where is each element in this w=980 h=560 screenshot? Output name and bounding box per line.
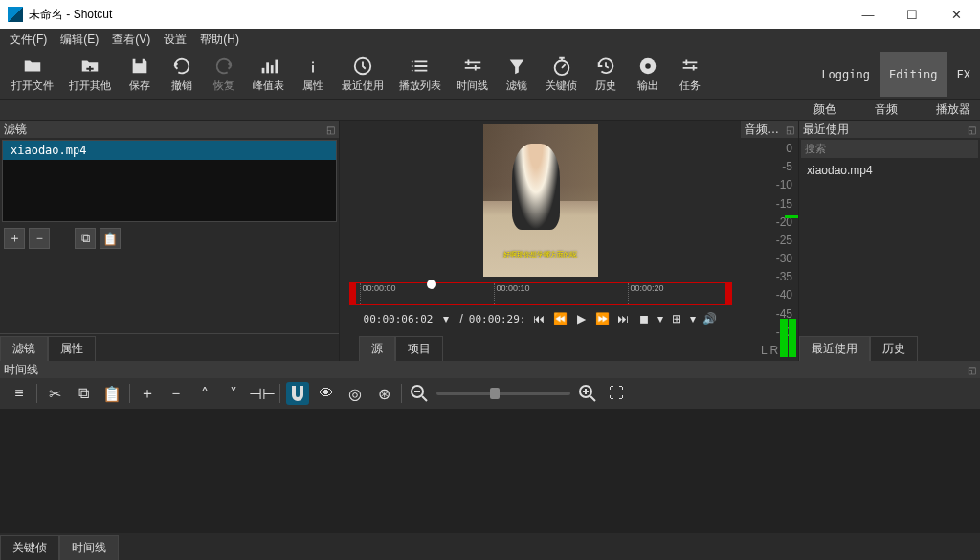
zoom-in-icon[interactable] xyxy=(576,382,599,405)
play-controls: 00:00:06:02 ▾ / 00:00:29: ⏮ ⏪ ▶ ⏩ ⏭ ◼ ▾ … xyxy=(364,311,718,326)
mode-editing[interactable]: Editing xyxy=(880,52,947,97)
filter-panel: 滤镜◱ xiaodao.mp4 ＋ － ⧉ 📋 滤镜 属性 xyxy=(0,121,340,361)
keyframes-button[interactable]: 关键侦 xyxy=(538,52,585,97)
menu-edit[interactable]: 编辑(E) xyxy=(55,30,104,50)
remove-icon[interactable]: － xyxy=(165,382,188,405)
open-other-button[interactable]: 打开其他 xyxy=(61,52,119,97)
tab-source[interactable]: 源 xyxy=(359,336,395,361)
time-down-icon[interactable]: ▾ xyxy=(438,311,454,326)
tab-filters[interactable]: 滤镜 xyxy=(0,336,48,361)
grid-icon[interactable]: ⊞ xyxy=(669,311,684,326)
mode-player[interactable]: 播放器 xyxy=(936,101,970,118)
tab-timeline[interactable]: 时间线 xyxy=(59,535,119,560)
tab-history[interactable]: 历史 xyxy=(870,336,918,361)
selected-clip-name[interactable]: xiaodao.mp4 xyxy=(3,141,336,160)
ripple-icon[interactable]: ◎ xyxy=(344,382,367,405)
undock-icon[interactable]: ◱ xyxy=(968,124,976,135)
menu-help[interactable]: 帮助(H) xyxy=(194,30,245,50)
video-preview[interactable]: 好啊那你想学哪方面的呢 xyxy=(483,124,598,277)
mode-logging[interactable]: Logging xyxy=(812,52,880,97)
search-input[interactable]: 搜索 xyxy=(801,140,978,158)
history-button[interactable]: 历史 xyxy=(585,52,627,97)
redo-icon xyxy=(213,56,234,77)
split-icon[interactable]: ⊣⊢ xyxy=(251,382,274,405)
filters-button[interactable]: 滤镜 xyxy=(496,52,538,97)
zoom-slider[interactable] xyxy=(436,392,570,395)
skip-end-icon[interactable]: ⏭ xyxy=(615,311,631,326)
properties-button[interactable]: 属性 xyxy=(292,52,334,97)
recent-item[interactable]: xiaodao.mp4 xyxy=(807,164,972,177)
menu-settings[interactable]: 设置 xyxy=(158,30,192,50)
duration: 00:00:29: xyxy=(469,313,526,325)
menu-view[interactable]: 查看(V) xyxy=(106,30,156,50)
recent-panel: 最近使用◱ 搜索 xiaodao.mp4 最近使用 历史 xyxy=(798,121,980,361)
save-icon xyxy=(129,56,150,77)
paste-filter-button[interactable]: 📋 xyxy=(100,228,121,249)
jobs-icon xyxy=(679,56,701,77)
tab-properties[interactable]: 属性 xyxy=(48,336,96,361)
forward-icon[interactable]: ⏩ xyxy=(594,311,610,326)
jobs-button[interactable]: 任务 xyxy=(669,52,711,97)
undo-button[interactable]: 撤销 xyxy=(161,52,203,97)
tab-recent[interactable]: 最近使用 xyxy=(799,336,870,361)
recent-button[interactable]: 最近使用 xyxy=(334,52,391,97)
time-ruler[interactable]: 00:00:00 00:00:10 00:00:20 xyxy=(349,282,732,305)
volume-icon[interactable]: 🔊 xyxy=(702,311,717,326)
play-icon[interactable]: ▶ xyxy=(573,311,589,326)
copy-filter-button[interactable]: ⧉ xyxy=(75,228,96,249)
export-button[interactable]: 输出 xyxy=(627,52,669,97)
undock-icon[interactable]: ◱ xyxy=(786,124,794,135)
svg-rect-0 xyxy=(261,68,264,74)
scrub-icon[interactable]: 👁 xyxy=(315,382,338,405)
skip-start-icon[interactable]: ⏮ xyxy=(531,311,546,326)
minimize-button[interactable]: — xyxy=(846,0,890,29)
info-icon xyxy=(302,56,323,77)
playhead[interactable] xyxy=(427,280,436,289)
titlebar: 未命名 - Shotcut — ☐ ✕ xyxy=(0,0,980,29)
zoom-icon[interactable]: ◼ xyxy=(636,311,652,326)
recent-panel-title: 最近使用 xyxy=(803,122,849,138)
mode-audio[interactable]: 音频 xyxy=(875,101,898,118)
maximize-button[interactable]: ☐ xyxy=(890,0,934,29)
window-title: 未命名 - Shotcut xyxy=(29,7,846,23)
overwrite-icon[interactable]: ˅ xyxy=(222,382,245,405)
main-area: 滤镜◱ xiaodao.mp4 ＋ － ⧉ 📋 滤镜 属性 好啊那你想学哪方面的… xyxy=(0,121,980,361)
timeline-button[interactable]: 时间线 xyxy=(449,52,496,97)
add-filter-button[interactable]: ＋ xyxy=(4,228,25,249)
cut-icon[interactable]: ✂ xyxy=(43,382,66,405)
menubar: 文件(F) 编辑(E) 查看(V) 设置 帮助(H) xyxy=(0,29,980,50)
paste-icon[interactable]: 📋 xyxy=(100,382,123,405)
mode-fx[interactable]: FX xyxy=(947,52,980,97)
undock-icon[interactable]: ◱ xyxy=(968,365,976,375)
svg-point-7 xyxy=(412,70,413,72)
timeline-toolbar: ≡ ✂ ⧉ 📋 ＋ － ˄ ˅ ⊣⊢ 👁 ◎ ⊛ ⛶ xyxy=(0,378,980,409)
remove-filter-button[interactable]: － xyxy=(29,228,50,249)
undock-icon[interactable]: ◱ xyxy=(326,124,335,135)
lift-icon[interactable]: ˄ xyxy=(193,382,216,405)
tab-keyframes[interactable]: 关键侦 xyxy=(0,535,59,560)
stopwatch-icon xyxy=(551,56,572,77)
timeline-tracks[interactable] xyxy=(0,409,980,533)
menu-file[interactable]: 文件(F) xyxy=(4,30,53,50)
ripple-all-icon[interactable]: ⊛ xyxy=(372,382,395,405)
zoom-out-icon[interactable] xyxy=(408,382,431,405)
timeline-icon xyxy=(462,56,483,77)
playlist-button[interactable]: 播放列表 xyxy=(391,52,449,97)
tab-project[interactable]: 项目 xyxy=(395,336,443,361)
redo-button[interactable]: 恢复 xyxy=(203,52,245,97)
timeline-section: 时间线◱ ≡ ✂ ⧉ 📋 ＋ － ˄ ˅ ⊣⊢ 👁 ◎ ⊛ ⛶ 关键侦 时间线 xyxy=(0,361,980,560)
peak-meter-icon xyxy=(258,56,279,77)
save-button[interactable]: 保存 xyxy=(119,52,161,97)
close-button[interactable]: ✕ xyxy=(934,0,978,29)
rewind-icon[interactable]: ⏪ xyxy=(552,311,568,326)
open-file-button[interactable]: 打开文件 xyxy=(4,52,61,97)
snap-icon[interactable] xyxy=(286,382,309,405)
current-time[interactable]: 00:00:06:02 xyxy=(364,313,434,325)
copy-icon[interactable]: ⧉ xyxy=(72,382,95,405)
tl-menu-icon[interactable]: ≡ xyxy=(8,382,31,405)
append-icon[interactable]: ＋ xyxy=(136,382,159,405)
peak-button[interactable]: 峰值表 xyxy=(245,52,292,97)
mode-color[interactable]: 颜色 xyxy=(813,101,836,118)
filter-list[interactable]: xiaodao.mp4 xyxy=(2,140,337,222)
zoom-fit-icon[interactable]: ⛶ xyxy=(605,382,628,405)
